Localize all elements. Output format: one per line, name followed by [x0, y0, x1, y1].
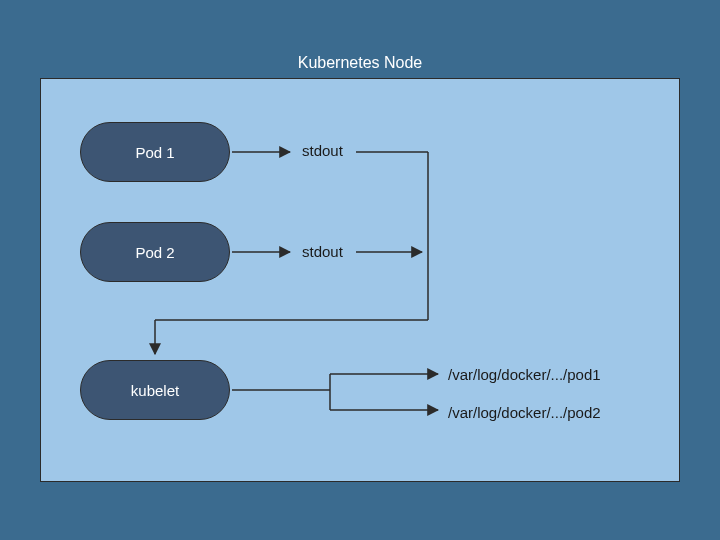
stdout-1-label: stdout	[302, 142, 343, 159]
pod-2-label: Pod 2	[135, 244, 174, 261]
stdout-2-label: stdout	[302, 243, 343, 260]
kubelet-node: kubelet	[80, 360, 230, 420]
kubelet-label: kubelet	[131, 382, 179, 399]
pod-2-node: Pod 2	[80, 222, 230, 282]
log-path-1-label: /var/log/docker/.../pod1	[448, 366, 601, 383]
diagram-title: Kubernetes Node	[0, 54, 720, 72]
pod-1-label: Pod 1	[135, 144, 174, 161]
pod-1-node: Pod 1	[80, 122, 230, 182]
log-path-2-label: /var/log/docker/.../pod2	[448, 404, 601, 421]
